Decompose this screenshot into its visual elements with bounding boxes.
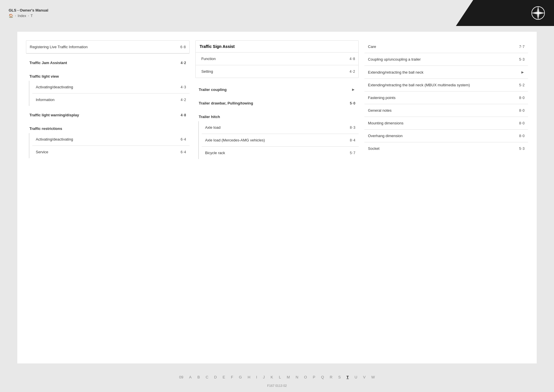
- mounting-dimensions-page: 8›0: [519, 121, 525, 125]
- trailer-drawbar[interactable]: Trailer drawbar, Pulling/towing 5›0: [195, 97, 359, 108]
- extending-retracting-mbux[interactable]: Extending/retracting the ball neck (MBUX…: [364, 79, 528, 92]
- bicycle-rack[interactable]: Bicycle rack 5›7: [202, 147, 359, 159]
- sign-assist-items: Function 4›8 Setting 4›2: [196, 53, 359, 78]
- alpha-e[interactable]: E: [220, 374, 228, 380]
- breadcrumb-t[interactable]: T: [31, 14, 33, 18]
- breadcrumb-home-icon[interactable]: 🏠: [9, 14, 13, 18]
- care[interactable]: Care 7›7: [364, 40, 528, 53]
- general-notes-page: 8›0: [519, 109, 525, 113]
- breadcrumb-sep1: ›: [15, 14, 16, 17]
- column-2: Traffic Sign Assist Function 4›8 Setting…: [192, 40, 362, 159]
- column-3: Care 7›7 Coupling up/uncoupling a traile…: [362, 40, 531, 159]
- axle-load-amg[interactable]: Axle load (Mercedes-AMG vehicles) 8›4: [202, 134, 359, 147]
- sign-assist-function[interactable]: Function 4›8: [196, 53, 359, 65]
- fastening-points-label: Fastening points: [368, 96, 395, 100]
- trailer-drawbar-page: 5›0: [350, 101, 355, 105]
- sign-assist-setting-page: 4›2: [350, 70, 355, 74]
- trailer-hitch[interactable]: Trailer hitch: [195, 111, 359, 121]
- extending-retracting[interactable]: Extending/retracting the ball neck ►: [364, 66, 528, 79]
- footer: 09 A B C D E F G H I J K L M N O P Q R S…: [0, 369, 554, 392]
- traffic-light-activating[interactable]: Activating/deactivating 4›3: [32, 81, 190, 94]
- alpha-t[interactable]: T: [344, 374, 352, 380]
- traffic-jam-assistant-label: Traffic Jam Assistant: [29, 61, 67, 65]
- content-grid: Registering Live Traffic Information 6›8…: [17, 38, 537, 162]
- socket-label: Socket: [368, 146, 379, 151]
- header-text: GLS - Owner's Manual 🏠 › Index › T: [9, 8, 48, 18]
- alpha-r[interactable]: R: [327, 374, 335, 380]
- traffic-restrictions-activating[interactable]: Activating/deactivating 6›4: [32, 133, 190, 146]
- traffic-light-warning[interactable]: Traffic light warning/display 4›8: [26, 109, 190, 120]
- traffic-restrictions-service[interactable]: Service 6›4: [32, 146, 190, 158]
- logo-area: [456, 0, 554, 26]
- alpha-q[interactable]: Q: [318, 374, 327, 380]
- alpha-h[interactable]: H: [245, 374, 253, 380]
- traffic-restrictions-activating-label: Activating/deactivating: [36, 137, 73, 141]
- alpha-g[interactable]: G: [236, 374, 245, 380]
- fastening-points[interactable]: Fastening points 8›0: [364, 92, 528, 104]
- alpha-k[interactable]: K: [268, 374, 276, 380]
- general-notes[interactable]: General notes 8›0: [364, 104, 528, 117]
- axle-load-amg-label: Axle load (Mercedes-AMG vehicles): [205, 138, 265, 142]
- registering-live-traffic-label: Registering Live Traffic Information: [30, 45, 88, 49]
- alpha-f[interactable]: F: [228, 374, 236, 380]
- bicycle-rack-page: 5›7: [350, 151, 355, 155]
- top-item-wrapper: Registering Live Traffic Information 6›8: [26, 40, 190, 54]
- axle-load-amg-page: 8›4: [350, 138, 355, 142]
- socket-page: 5›3: [519, 147, 525, 151]
- alpha-i[interactable]: I: [253, 374, 260, 380]
- trailer-hitch-label: Trailer hitch: [199, 115, 220, 119]
- traffic-restrictions-activating-page: 6›4: [181, 137, 186, 141]
- sign-assist-header: Traffic Sign Assist: [196, 41, 359, 53]
- alpha-v[interactable]: V: [360, 374, 368, 380]
- alpha-n[interactable]: N: [293, 374, 301, 380]
- sign-assist-function-label: Function: [201, 57, 216, 61]
- extending-retracting-page: ►: [521, 70, 525, 74]
- alpha-m[interactable]: M: [284, 374, 293, 380]
- trailer-coupling-page: ►: [351, 87, 355, 92]
- sign-assist-setting[interactable]: Setting 4›2: [196, 65, 359, 78]
- care-label: Care: [368, 44, 376, 49]
- breadcrumb: 🏠 › Index › T: [9, 14, 48, 18]
- traffic-light-warning-page: 4›8: [181, 113, 186, 117]
- traffic-restrictions-label: Traffic restrictions: [29, 126, 62, 131]
- coupling-uncoupling-label: Coupling up/uncoupling a trailer: [368, 57, 421, 61]
- registering-live-traffic[interactable]: Registering Live Traffic Information 6›8: [26, 41, 189, 53]
- footer-code: F167 0113 02: [267, 384, 287, 387]
- traffic-light-view-label: Traffic light view: [29, 74, 59, 79]
- alpha-c[interactable]: C: [203, 374, 211, 380]
- alpha-l[interactable]: L: [276, 374, 284, 380]
- mounting-dimensions-label: Mounting dimensions: [368, 121, 403, 125]
- alpha-p[interactable]: P: [310, 374, 318, 380]
- alpha-o[interactable]: O: [301, 374, 310, 380]
- sign-assist-title: Traffic Sign Assist: [200, 44, 235, 49]
- overhang-dimension-label: Overhang dimension: [368, 134, 403, 138]
- alpha-b[interactable]: B: [194, 374, 203, 380]
- sign-assist-function-page: 4›8: [350, 57, 355, 61]
- traffic-light-information-page: 4›2: [181, 98, 186, 102]
- alpha-09[interactable]: 09: [176, 374, 186, 380]
- traffic-light-information[interactable]: Information 4›2: [32, 94, 190, 106]
- traffic-light-view[interactable]: Traffic light view: [26, 70, 190, 81]
- extending-retracting-label: Extending/retracting the ball neck: [368, 70, 423, 74]
- alpha-a[interactable]: A: [186, 374, 194, 380]
- alpha-d[interactable]: D: [211, 374, 220, 380]
- overhang-dimension[interactable]: Overhang dimension 8›0: [364, 130, 528, 142]
- alpha-j[interactable]: J: [260, 374, 268, 380]
- traffic-restrictions-service-label: Service: [36, 150, 48, 154]
- breadcrumb-index[interactable]: Index: [18, 14, 26, 18]
- socket[interactable]: Socket 5›3: [364, 142, 528, 155]
- traffic-restrictions-service-page: 6›4: [181, 150, 186, 154]
- care-page: 7›7: [519, 45, 525, 49]
- traffic-restrictions[interactable]: Traffic restrictions: [26, 122, 190, 133]
- alpha-w[interactable]: W: [368, 374, 378, 380]
- traffic-jam-assistant[interactable]: Traffic Jam Assistant 4›2: [26, 57, 190, 67]
- mounting-dimensions[interactable]: Mounting dimensions 8›0: [364, 117, 528, 130]
- trailer-coupling[interactable]: Trailer coupling ►: [195, 83, 359, 94]
- axle-load[interactable]: Axle load 8›3: [202, 121, 359, 134]
- trailer-coupling-label: Trailer coupling: [199, 87, 227, 92]
- fastening-points-page: 8›0: [519, 96, 525, 100]
- alpha-u[interactable]: U: [352, 374, 360, 380]
- coupling-uncoupling[interactable]: Coupling up/uncoupling a trailer 5›3: [364, 53, 528, 66]
- axle-load-label: Axle load: [205, 125, 220, 130]
- alpha-s[interactable]: S: [335, 374, 344, 380]
